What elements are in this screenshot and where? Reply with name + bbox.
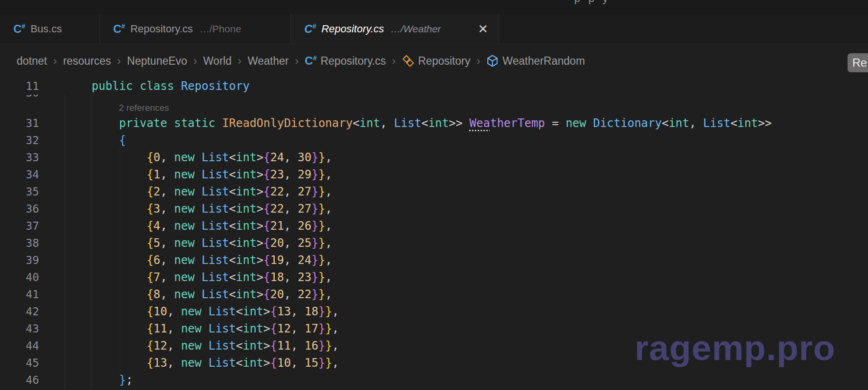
- code-line[interactable]: 38 {5, new List<int>{20, 25}},: [0, 234, 868, 252]
- breadcrumb-item-neptuneevo[interactable]: NeptuneEvo: [127, 55, 187, 68]
- code-token: {: [119, 134, 126, 147]
- code-token: [64, 79, 92, 93]
- code-token: new: [174, 288, 194, 301]
- tab-repository-cs-weather[interactable]: C# Repository.cs …/Weather ✕: [291, 14, 499, 44]
- code-token: 17: [305, 322, 318, 335]
- code-line[interactable]: 37 {4, new List<int>{21, 26}},: [0, 217, 868, 234]
- code-line[interactable]: 42 {10, new List<int>{13, 18}},: [0, 303, 868, 320]
- close-icon[interactable]: ✕: [469, 23, 488, 35]
- code-token: }: [311, 288, 318, 301]
- code-token: }: [311, 271, 318, 284]
- code-token: 18: [270, 271, 284, 284]
- code-line[interactable]: 11 public class Repository: [0, 78, 868, 95]
- code-token: 11: [154, 322, 167, 335]
- code-token: 13: [277, 305, 291, 318]
- code-token: >: [263, 356, 270, 370]
- code-line[interactable]: 31 private static IReadOnlyDictionary<in…: [0, 115, 868, 132]
- code-line[interactable]: 46 };: [0, 371, 868, 389]
- code-token: new: [181, 322, 202, 335]
- class-icon: [402, 55, 415, 67]
- code-token: ,: [160, 185, 174, 198]
- code-line[interactable]: 33 {0, new List<int>{24, 30}},: [0, 149, 868, 166]
- code-token: 15: [305, 356, 318, 370]
- code-token: ,: [167, 356, 181, 370]
- code-text: private static IReadOnlyDictionary<int, …: [39, 115, 772, 132]
- code-token: int: [236, 168, 256, 181]
- code-token: ,: [160, 151, 174, 164]
- code-token: {: [146, 185, 153, 198]
- code-token: new: [174, 168, 194, 181]
- code-line[interactable]: 34 {1, new List<int>{23, 29}},: [0, 166, 868, 183]
- code-token: ,: [325, 288, 332, 301]
- code-token: [64, 305, 146, 318]
- code-token: <: [236, 356, 242, 370]
- cube-icon: [486, 55, 499, 67]
- code-token: >: [257, 151, 263, 164]
- tab-dir-hint: …/Phone: [200, 23, 241, 35]
- code-token: [64, 151, 146, 164]
- code-token: >: [257, 219, 263, 233]
- clipped-code-line[interactable]: 30: [0, 95, 868, 101]
- code-line[interactable]: 35 {2, new List<int>{22, 27}},: [0, 183, 868, 200]
- code-token: new: [174, 254, 194, 267]
- line-number: 39: [0, 252, 39, 269]
- code-line[interactable]: 32 {: [0, 132, 868, 149]
- breadcrumb-item-weather[interactable]: Weather: [248, 55, 289, 68]
- code-token: 1: [154, 168, 160, 181]
- code-token: List: [208, 356, 236, 370]
- code-text: {1, new List<int>{23, 29}},: [39, 166, 332, 183]
- code-token: >: [257, 236, 263, 250]
- code-token: [545, 117, 552, 130]
- breadcrumb-item-repository-class[interactable]: Repository: [402, 55, 471, 68]
- tab-repository-cs-phone[interactable]: C# Repository.cs …/Phone: [100, 14, 291, 44]
- breadcrumb-item-repository-cs[interactable]: C# Repository.cs: [305, 54, 386, 68]
- code-token: }: [318, 219, 325, 233]
- code-token: {: [146, 254, 153, 267]
- breadcrumb-item-weatherrandom[interactable]: WeatherRandom: [486, 55, 585, 68]
- code-token: }: [318, 236, 325, 250]
- code-token: 7: [154, 271, 160, 284]
- code-token: ,: [284, 271, 298, 284]
- code-token: {: [146, 168, 153, 181]
- code-token: ,: [160, 219, 174, 233]
- code-line[interactable]: 40 {7, new List<int>{18, 23}},: [0, 269, 868, 286]
- code-token: public: [92, 79, 133, 93]
- code-line[interactable]: 39 {6, new List<int>{19, 24}},: [0, 252, 868, 269]
- code-token: List: [208, 322, 236, 335]
- window-title-fragment: ppy: [574, 0, 616, 5]
- code-token: 4: [154, 219, 160, 233]
- code-token: Repository: [181, 79, 250, 93]
- code-token: [195, 185, 202, 198]
- code-token: >>: [449, 117, 469, 130]
- code-token: }: [311, 168, 318, 181]
- code-token: 21: [270, 219, 284, 233]
- tab-bus-cs[interactable]: C# Bus.cs: [0, 14, 100, 44]
- code-token: }: [311, 202, 318, 215]
- code-token: ,: [284, 202, 298, 215]
- codelens-references[interactable]: 2 references: [0, 101, 868, 115]
- code-text: {12, new List<int>{11, 16}},: [39, 337, 339, 354]
- line-number: 33: [0, 149, 39, 166]
- code-token: {: [270, 322, 277, 335]
- code-token: int: [236, 271, 256, 284]
- sticky-scroll-line[interactable]: 11 public class Repository: [0, 78, 868, 95]
- breadcrumb-item-world[interactable]: World: [203, 55, 232, 68]
- code-token: [64, 202, 146, 215]
- code-token: ,: [160, 236, 174, 250]
- code-token: 6: [154, 254, 160, 267]
- code-token: [64, 117, 119, 130]
- code-token: >: [257, 271, 263, 284]
- code-token: [64, 134, 119, 147]
- code-token: {: [263, 151, 270, 164]
- breadcrumb-item-dotnet[interactable]: dotnet: [17, 55, 47, 68]
- code-token: }: [318, 185, 325, 198]
- code-token: [133, 79, 140, 93]
- code-token: }: [325, 305, 332, 318]
- code-token: new: [181, 339, 202, 352]
- code-token: List: [202, 288, 229, 301]
- code-line[interactable]: 36 {3, new List<int>{22, 27}},: [0, 200, 868, 217]
- breadcrumb-item-resources[interactable]: resources: [63, 55, 111, 68]
- code-line[interactable]: 41 {8, new List<int>{20, 22}},: [0, 286, 868, 303]
- overlay-button-partial[interactable]: Re: [848, 53, 868, 72]
- code-token: {: [146, 202, 153, 215]
